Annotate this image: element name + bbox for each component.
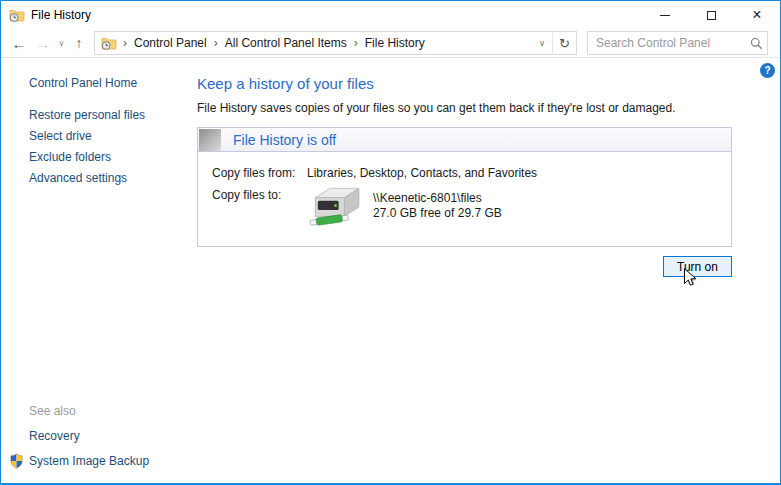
- main-content: ? Keep a history of your files File Hist…: [197, 58, 780, 482]
- sidebar-item-recovery[interactable]: Recovery: [29, 429, 149, 443]
- status-box-body: Copy files from: Libraries, Desktop, Con…: [198, 152, 731, 246]
- refresh-button[interactable]: ↻: [552, 31, 576, 55]
- maximize-button[interactable]: [688, 1, 734, 29]
- window-body: Control Panel Home Restore personal file…: [1, 58, 780, 482]
- up-button[interactable]: ↑: [68, 31, 90, 55]
- breadcrumb-item-all-control-panel-items[interactable]: All Control Panel Items: [220, 36, 352, 50]
- network-drive-icon: [307, 184, 363, 230]
- status-title: File History is off: [233, 132, 336, 148]
- turn-on-label: Turn on: [677, 260, 718, 274]
- sidebar-item-restore-personal-files[interactable]: Restore personal files: [29, 105, 197, 126]
- sidebar-item-select-drive[interactable]: Select drive: [29, 126, 197, 147]
- file-history-app-icon: [9, 7, 25, 23]
- system-image-backup-label: System Image Backup: [29, 454, 149, 468]
- navigation-bar: ← → ∨ ↑ › Control Panel › All Control Pa…: [1, 29, 780, 58]
- minimize-button[interactable]: [642, 1, 688, 29]
- sidebar-item-advanced-settings[interactable]: Advanced settings: [29, 168, 197, 189]
- window-title: File History: [31, 8, 91, 22]
- minimize-icon: [660, 15, 670, 16]
- copy-from-value: Libraries, Desktop, Contacts, and Favori…: [307, 166, 537, 180]
- sidebar-item-system-image-backup[interactable]: System Image Backup: [9, 453, 149, 469]
- forward-button[interactable]: →: [31, 31, 55, 55]
- maximize-icon: [707, 11, 716, 20]
- forward-icon: →: [36, 35, 51, 52]
- chevron-down-icon: ∨: [59, 39, 65, 48]
- target-drive-info: \\Keenetic-6801\files 27.0 GB free of 29…: [373, 184, 502, 221]
- file-history-window: File History × ← → ∨ ↑ › Control Panel ›…: [0, 0, 781, 485]
- drive-free-space: 27.0 GB free of 29.7 GB: [373, 206, 502, 221]
- search-icon[interactable]: [745, 37, 767, 50]
- close-icon: ×: [752, 7, 761, 23]
- status-box-corner-icon: [199, 129, 221, 151]
- up-icon: ↑: [76, 35, 83, 51]
- drive-path: \\Keenetic-6801\files: [373, 191, 502, 206]
- search-input[interactable]: [588, 36, 745, 50]
- help-icon: ?: [764, 65, 770, 76]
- copy-from-row: Copy files from: Libraries, Desktop, Con…: [212, 166, 731, 180]
- file-history-location-icon: [101, 35, 117, 51]
- address-bar[interactable]: › Control Panel › All Control Panel Item…: [94, 31, 577, 55]
- back-button[interactable]: ←: [7, 31, 31, 55]
- close-button[interactable]: ×: [734, 1, 780, 29]
- see-also-heading: See also: [29, 404, 149, 418]
- copy-to-label: Copy files to:: [212, 188, 307, 230]
- turn-on-row: Turn on: [197, 256, 732, 277]
- sidebar-item-control-panel-home[interactable]: Control Panel Home: [29, 76, 197, 90]
- copy-from-label: Copy files from:: [212, 166, 307, 180]
- status-box-header: File History is off: [198, 128, 731, 152]
- breadcrumb-chevron-icon[interactable]: ›: [121, 36, 129, 50]
- help-button[interactable]: ?: [760, 63, 775, 78]
- address-dropdown-button[interactable]: ∨: [532, 38, 552, 48]
- search-box[interactable]: [587, 31, 768, 55]
- sidebar: Control Panel Home Restore personal file…: [1, 58, 197, 482]
- target-drive-block: \\Keenetic-6801\files 27.0 GB free of 29…: [307, 184, 502, 230]
- recent-locations-button[interactable]: ∨: [55, 31, 68, 55]
- page-title: Keep a history of your files: [197, 75, 780, 92]
- sidebar-see-also-section: See also Recovery System Image Backup: [29, 404, 149, 469]
- window-controls: ×: [642, 1, 780, 29]
- breadcrumb-chevron-icon[interactable]: ›: [352, 36, 360, 50]
- breadcrumb-chevron-icon[interactable]: ›: [212, 36, 220, 50]
- breadcrumb-item-control-panel[interactable]: Control Panel: [129, 36, 212, 50]
- uac-shield-icon: [9, 453, 24, 469]
- page-description: File History saves copies of your files …: [197, 101, 780, 115]
- back-icon: ←: [12, 35, 27, 52]
- titlebar: File History ×: [1, 1, 780, 29]
- file-history-status-box: File History is off Copy files from: Lib…: [197, 127, 732, 247]
- turn-on-button[interactable]: Turn on: [663, 256, 732, 277]
- sidebar-item-exclude-folders[interactable]: Exclude folders: [29, 147, 197, 168]
- copy-to-row: Copy files to:: [212, 188, 731, 230]
- breadcrumb-item-file-history[interactable]: File History: [360, 36, 430, 50]
